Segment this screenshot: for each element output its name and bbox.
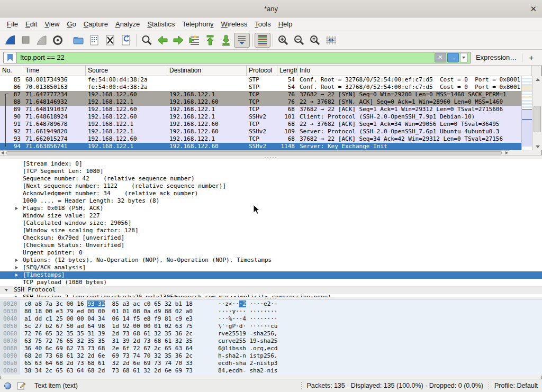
- expander-collapsed-icon[interactable]: [15, 266, 18, 269]
- resize-columns-button[interactable]: [323, 33, 339, 48]
- filter-apply-button[interactable]: →: [447, 53, 459, 62]
- colorize-toggle[interactable]: [255, 33, 270, 48]
- detail-line[interactable]: [Checksum Status: Unverified]: [0, 242, 542, 249]
- menu-telephony[interactable]: Telephony: [178, 17, 217, 31]
- zoom-reset-button[interactable]: [307, 33, 323, 48]
- menu-capture[interactable]: Capture: [80, 17, 112, 31]
- expert-info-icon[interactable]: [4, 382, 11, 389]
- menu-edit[interactable]: Edit: [22, 17, 41, 31]
- display-filter-input[interactable]: !tcp.port == 22 ✕ →: [16, 52, 471, 63]
- reload-file-button[interactable]: [118, 33, 134, 48]
- hex-row[interactable]: 00505c 27 b2 67 50 ad 64 98 1d 92 00 00 …: [0, 323, 542, 330]
- packet-row[interactable]: 8971.648191037192.168.122.60192.168.122.…: [0, 106, 521, 113]
- go-to-top-button[interactable]: [202, 33, 218, 48]
- detail-line[interactable]: Urgent pointer: 0: [0, 249, 542, 257]
- scroll-left-icon[interactable]: [1, 151, 4, 154]
- expander-expanded-icon[interactable]: [5, 289, 8, 291]
- close-icon[interactable]: ✕: [530, 0, 537, 17]
- packet-row[interactable]: 9371.662015274192.168.122.60192.168.122.…: [0, 135, 521, 143]
- detail-line[interactable]: [Next sequence number: 1122 (relative se…: [0, 183, 542, 190]
- packet-list-vscrollbar[interactable]: [532, 76, 542, 150]
- detail-line[interactable]: [TCP Segment Len: 1080]: [0, 168, 542, 175]
- menu-file[interactable]: File: [3, 17, 22, 31]
- profile-text[interactable]: Profile: Default: [494, 382, 538, 389]
- zoom-in-button[interactable]: [275, 33, 291, 48]
- start-capture-button[interactable]: [2, 33, 18, 48]
- packet-row-selected[interactable]: 9471.663856741192.168.122.1192.168.122.6…: [0, 143, 521, 150]
- menu-help[interactable]: Help: [275, 17, 296, 31]
- expression-button[interactable]: Expression…: [471, 53, 522, 61]
- menu-go[interactable]: Go: [63, 17, 79, 31]
- filter-dropdown-button[interactable]: [460, 53, 468, 62]
- scroll-down-icon[interactable]: [536, 145, 540, 148]
- packet-row[interactable]: 8871.648146932192.168.122.1192.168.122.6…: [0, 98, 521, 106]
- go-to-bottom-button[interactable]: [218, 33, 234, 48]
- detail-line[interactable]: [Stream index: 0]: [0, 160, 542, 168]
- hex-row[interactable]: 006072 76 65 32 35 35 31 39 2d 73 68 61 …: [0, 330, 542, 338]
- hex-row[interactable]: 0020c0 a8 7a 3c 00 16 93 32 85 a3 ac c0 …: [0, 300, 542, 308]
- detail-line-flags[interactable]: Flags: 0x018 (PSH, ACK): [0, 205, 542, 212]
- detail-line[interactable]: 1000 .... = Header Length: 32 bytes (8): [0, 197, 542, 205]
- stop-capture-button[interactable]: [18, 33, 34, 48]
- capture-comment-icon[interactable]: [16, 381, 26, 390]
- column-header-protocol[interactable]: Protocol: [247, 66, 277, 76]
- hex-row[interactable]: 009068 2d 73 68 61 32 2d 6e 69 73 74 70 …: [0, 352, 542, 360]
- go-to-packet-button[interactable]: [186, 33, 202, 48]
- detail-line[interactable]: TCP payload (1080 bytes): [0, 279, 542, 286]
- packet-list-hscrollbar[interactable]: [0, 150, 509, 155]
- menu-tools[interactable]: Tools: [251, 17, 274, 31]
- hex-row[interactable]: 003080 18 00 e3 79 ed 00 00 01 01 08 0a …: [0, 308, 542, 315]
- expander-collapsed-icon[interactable]: [15, 207, 18, 210]
- column-header-source[interactable]: Source: [86, 66, 167, 76]
- menu-wireless[interactable]: Wireless: [218, 17, 251, 31]
- find-packet-button[interactable]: [139, 33, 155, 48]
- scroll-up-icon[interactable]: [536, 78, 540, 81]
- packet-row[interactable]: 9171.648789678192.168.122.1192.168.122.6…: [0, 121, 521, 128]
- capture-options-button[interactable]: [50, 33, 66, 48]
- column-header-no[interactable]: No.: [0, 66, 23, 76]
- hex-row[interactable]: 00a065 63 64 68 2d 73 68 61 32 2d 6e 69 …: [0, 360, 542, 367]
- scroll-right-icon[interactable]: [505, 151, 508, 154]
- expander-collapsed-icon[interactable]: [15, 274, 18, 277]
- filter-clear-button[interactable]: ✕: [435, 53, 446, 62]
- packet-row[interactable]: 9271.661949820192.168.122.1192.168.122.6…: [0, 128, 521, 135]
- menu-statistics[interactable]: Statistics: [143, 17, 178, 31]
- detail-line[interactable]: Window size value: 227: [0, 212, 542, 220]
- auto-scroll-toggle[interactable]: [234, 33, 250, 48]
- packet-row[interactable]: 8771.647777234192.168.122.60192.168.122.…: [0, 91, 521, 98]
- hex-row[interactable]: 00b038 34 2c 65 63 64 68 2d 73 68 61 32 …: [0, 367, 542, 375]
- title-bar[interactable]: *any ✕: [0, 0, 542, 17]
- detail-line[interactable]: [Window size scaling factor: 128]: [0, 227, 542, 234]
- menu-view[interactable]: View: [41, 17, 63, 31]
- column-header-length[interactable]: Length: [277, 66, 297, 76]
- packet-map-scrollbar[interactable]: [521, 76, 532, 150]
- close-file-button[interactable]: [102, 33, 118, 48]
- column-header-destination[interactable]: Destination: [167, 66, 247, 76]
- detail-line[interactable]: [Calculated window size: 29056]: [0, 220, 542, 227]
- vscrollbar-thumb[interactable]: [534, 106, 541, 132]
- go-forward-button[interactable]: [170, 33, 186, 48]
- menu-analyze[interactable]: Analyze: [112, 17, 143, 31]
- zoom-out-button[interactable]: [291, 33, 307, 48]
- pane-splitter[interactable]: ·····: [0, 155, 542, 159]
- detail-line-seqack[interactable]: [SEQ/ACK analysis]: [0, 264, 542, 271]
- filter-add-button[interactable]: +: [522, 53, 539, 62]
- detail-line-timestamps-selected[interactable]: [Timestamps]: [0, 271, 542, 279]
- open-file-button[interactable]: [70, 33, 86, 48]
- detail-line[interactable]: Sequence number: 42 (relative sequence n…: [0, 175, 542, 183]
- go-back-button[interactable]: [155, 33, 170, 48]
- packet-row[interactable]: 8568.001734936fe:54:00:d4:38:2aSTP54Conf…: [0, 76, 521, 84]
- detail-line[interactable]: Acknowledgment number: 34 (relative ack …: [0, 190, 542, 197]
- hex-row[interactable]: 007063 75 72 76 65 32 35 35 31 39 2d 73 …: [0, 338, 542, 345]
- hex-row[interactable]: 008036 40 6c 69 62 73 73 68 2e 6f 72 67 …: [0, 345, 542, 352]
- column-header-time[interactable]: Time: [23, 66, 86, 76]
- detail-line[interactable]: Checksum: 0x79ed [unverified]: [0, 234, 542, 242]
- packet-row[interactable]: 9071.648618924192.168.122.60192.168.122.…: [0, 113, 521, 121]
- hscrollbar-thumb[interactable]: [6, 151, 502, 154]
- filter-bookmark-button[interactable]: [3, 52, 16, 63]
- column-header-info[interactable]: Info: [297, 66, 532, 76]
- detail-line-options[interactable]: Options: (12 bytes), No-Operation (NOP),…: [0, 257, 542, 264]
- restart-capture-button[interactable]: [34, 33, 50, 48]
- save-file-button[interactable]: [86, 33, 102, 48]
- detail-line-ssh-protocol[interactable]: SSH Protocol: [0, 286, 542, 294]
